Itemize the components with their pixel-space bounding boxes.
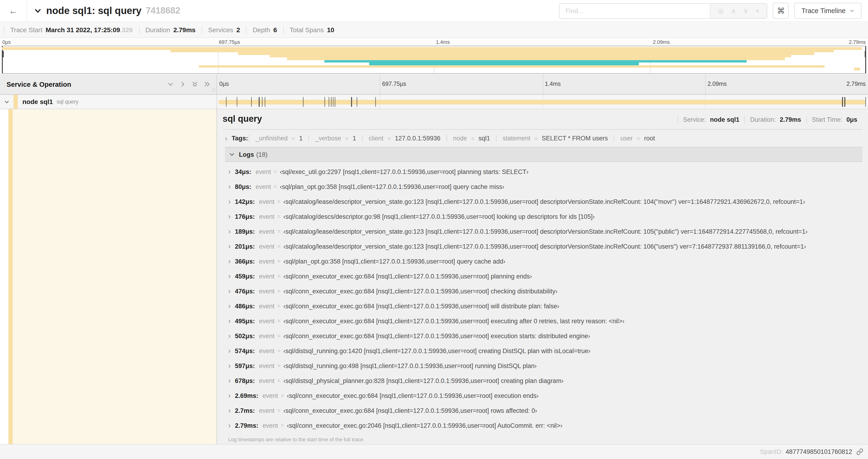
- log-field-key: event: [259, 407, 274, 414]
- span-collapse-chevron-icon[interactable]: [4, 99, 9, 104]
- collapse-one-icon[interactable]: [167, 81, 174, 87]
- log-entry-row[interactable]: › 189μs: event = ‹sql/catalog/lease/desc…: [225, 224, 862, 239]
- logs-footnote: Log timestamps are relative to the start…: [223, 433, 862, 444]
- log-entry-row[interactable]: › 459μs: event = ‹sql/conn_executor_exec…: [225, 269, 862, 284]
- span-duration-bar[interactable]: [218, 100, 866, 104]
- deep-link-icon[interactable]: [856, 448, 863, 455]
- span-color-strip: [13, 95, 18, 109]
- tag-equals: =: [637, 135, 640, 142]
- log-equals: =: [277, 333, 280, 339]
- minimap-right-scrubber[interactable]: [865, 46, 866, 73]
- log-entry-row[interactable]: › 176μs: event = ‹sql/catalog/descs/desc…: [225, 209, 862, 224]
- log-expand-chevron-icon[interactable]: ›: [228, 422, 231, 429]
- log-entry-row[interactable]: › 2.79ms: event = ‹sql/conn_executor_exe…: [225, 418, 862, 433]
- log-expand-chevron-icon[interactable]: ›: [228, 183, 231, 190]
- ruler-tick-label: 0μs: [219, 81, 229, 87]
- log-entry-row[interactable]: › 201μs: event = ‹sql/catalog/lease/desc…: [225, 239, 862, 254]
- log-entry-row[interactable]: › 366μs: event = ‹sql/plan_opt.go:358 [n…: [225, 254, 862, 269]
- log-expand-chevron-icon[interactable]: ›: [228, 392, 231, 399]
- ruler-tick-label: 1.4ms: [545, 81, 561, 87]
- stat-item: Trace Start March 31 2022, 17:25:09 .326: [4, 26, 139, 33]
- keyboard-shortcuts-button[interactable]: ⌘: [773, 3, 789, 19]
- log-equals: =: [277, 407, 280, 414]
- log-entry-row[interactable]: › 486μs: event = ‹sql/conn_executor_exec…: [225, 299, 862, 314]
- log-expand-chevron-icon[interactable]: ›: [228, 377, 231, 384]
- minimap-canvas[interactable]: [2, 46, 866, 74]
- minimap-left-scrubber[interactable]: [2, 46, 3, 73]
- back-button[interactable]: ←: [0, 0, 27, 22]
- stat-value: March 31 2022, 17:25:09: [45, 26, 120, 33]
- log-entry-row[interactable]: › 495μs: event = ‹sql/conn_executor_exec…: [225, 314, 862, 328]
- timeline-header-row: Service & Operation || 0μs: [0, 74, 868, 95]
- log-expand-chevron-icon[interactable]: ›: [228, 242, 231, 250]
- span-row-label[interactable]: node sql1 sql query: [0, 95, 217, 109]
- log-field-key: event: [259, 273, 274, 280]
- log-timestamp: 486μs:: [235, 302, 255, 309]
- column-resize-handle[interactable]: ||: [212, 87, 216, 92]
- log-expand-chevron-icon[interactable]: ›: [228, 362, 231, 369]
- log-tick: [324, 97, 325, 107]
- expand-all-icon[interactable]: [204, 81, 210, 87]
- prev-match-icon[interactable]: ∧: [731, 7, 736, 14]
- locate-icon[interactable]: ◎: [718, 7, 723, 14]
- log-field-value: ‹sql/distsql_running.go:1420 [nsql1,clie…: [283, 347, 590, 354]
- log-tick: [331, 97, 332, 107]
- log-field-key: event: [259, 332, 274, 339]
- log-entry-row[interactable]: › 2.69ms: event = ‹sql/conn_executor_exe…: [225, 388, 862, 403]
- log-entry-row[interactable]: › 2.7ms: event = ‹sql/conn_executor_exec…: [225, 403, 862, 418]
- log-entry-row[interactable]: › 574μs: event = ‹sql/distsql_running.go…: [225, 343, 862, 358]
- log-entry-row[interactable]: › 476μs: event = ‹sql/conn_executor_exec…: [225, 284, 862, 299]
- log-expand-chevron-icon[interactable]: ›: [228, 228, 231, 235]
- log-entry-row[interactable]: › 597μs: event = ‹sql/distsql_running.go…: [225, 358, 862, 373]
- tags-expand-chevron-icon[interactable]: ›: [225, 135, 227, 142]
- detail-meta-value: node sql1: [710, 116, 739, 123]
- log-expand-chevron-icon[interactable]: ›: [228, 258, 231, 265]
- log-tick: [375, 97, 376, 107]
- log-entry-row[interactable]: › 34μs: event = ‹sql/exec_util.go:2297 […: [225, 164, 862, 179]
- logs-accordion-header[interactable]: Logs (18): [225, 147, 862, 162]
- find-input[interactable]: [560, 3, 710, 18]
- stat-item: Services 2: [202, 26, 246, 33]
- log-equals: =: [277, 378, 280, 384]
- collapse-trace-chevron-icon[interactable]: [34, 7, 41, 14]
- log-expand-chevron-icon[interactable]: ›: [228, 332, 231, 339]
- log-expand-chevron-icon[interactable]: ›: [228, 347, 231, 355]
- view-selector-label: Trace Timeline: [802, 7, 846, 14]
- log-expand-chevron-icon[interactable]: ›: [228, 272, 231, 280]
- log-expand-chevron-icon[interactable]: ›: [228, 168, 231, 175]
- span-color-strip: [8, 109, 12, 444]
- log-equals: =: [281, 422, 284, 429]
- log-field-key: event: [259, 362, 274, 369]
- span-id-strip: SpanID: 4877749850101760812: [0, 444, 868, 459]
- log-entry-row[interactable]: › 142μs: event = ‹sql/catalog/lease/desc…: [225, 194, 862, 209]
- logs-count: (18): [256, 151, 268, 158]
- span-row[interactable]: node sql1 sql query: [0, 95, 868, 109]
- log-entry-row[interactable]: › 80μs: event = ‹sql/plan_opt.go:358 [ns…: [225, 179, 862, 194]
- log-expand-chevron-icon[interactable]: ›: [228, 198, 231, 205]
- next-match-icon[interactable]: ∨: [743, 7, 748, 14]
- stat-value: 2: [236, 26, 240, 33]
- ruler-tick-label: 2.09ms: [708, 81, 727, 87]
- clear-search-icon[interactable]: ×: [755, 7, 759, 14]
- ruler-gridline: [542, 74, 543, 94]
- log-expand-chevron-icon[interactable]: ›: [228, 287, 231, 295]
- expand-one-icon[interactable]: [180, 81, 186, 87]
- log-timestamp: 142μs:: [235, 198, 255, 205]
- log-expand-chevron-icon[interactable]: ›: [228, 213, 231, 220]
- log-equals: =: [274, 183, 277, 190]
- log-expand-chevron-icon[interactable]: ›: [228, 317, 231, 325]
- minimap-tick-label: 1.4ms: [436, 39, 450, 45]
- log-entry-row[interactable]: › 502μs: event = ‹sql/conn_executor_exec…: [225, 328, 862, 343]
- span-service-name[interactable]: node sql1: [22, 98, 53, 105]
- trace-stats-bar: Trace Start March 31 2022, 17:25:09 .326…: [0, 22, 868, 38]
- log-timestamp: 597μs:: [235, 362, 255, 369]
- collapse-all-icon[interactable]: [192, 81, 198, 87]
- log-expand-chevron-icon[interactable]: ›: [228, 407, 231, 414]
- view-selector-button[interactable]: Trace Timeline: [795, 3, 862, 19]
- tags-row[interactable]: › Tags: _unfinished = 1 _verbose = 1: [223, 130, 862, 147]
- log-equals: =: [277, 348, 280, 354]
- log-entry-row[interactable]: › 678μs: event = ‹sql/distsql_physical_p…: [225, 373, 862, 388]
- span-id-label: SpanID:: [760, 448, 783, 455]
- log-expand-chevron-icon[interactable]: ›: [228, 302, 231, 310]
- tag-value: 1: [299, 135, 303, 142]
